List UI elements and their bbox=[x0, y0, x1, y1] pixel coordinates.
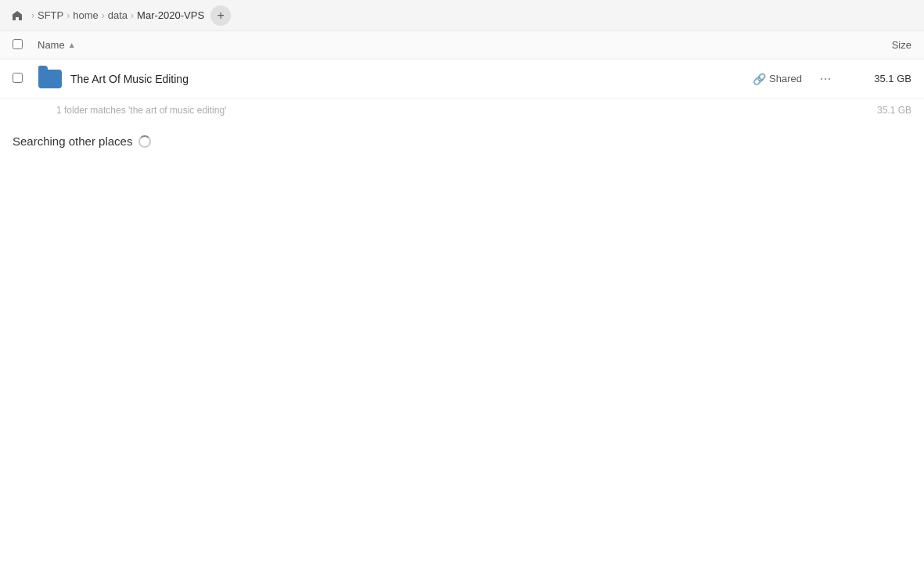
searching-section: Searching other places bbox=[0, 119, 924, 154]
table-row[interactable]: The Art Of Music Editing 🔗 Shared ··· 35… bbox=[0, 59, 924, 99]
breadcrumb-sep-1: › bbox=[67, 10, 70, 21]
home-icon[interactable] bbox=[9, 8, 25, 23]
match-info-text: 1 folder matches 'the art of music editi… bbox=[56, 105, 226, 116]
breadcrumb-bar: › SFTP › home › data › Mar-2020-VPS + bbox=[0, 0, 924, 31]
name-column-label: Name bbox=[38, 39, 65, 51]
breadcrumb-item-sftp[interactable]: SFTP bbox=[38, 9, 63, 21]
breadcrumb-sep-0: › bbox=[31, 10, 34, 21]
match-info-size: 35.1 GB bbox=[877, 105, 911, 116]
shared-label: Shared bbox=[769, 73, 802, 84]
breadcrumb-sep-3: › bbox=[131, 10, 134, 21]
shared-badge: 🔗 Shared bbox=[753, 73, 802, 85]
name-column-header[interactable]: Name ▲ bbox=[38, 39, 833, 51]
select-all-checkbox[interactable] bbox=[13, 39, 23, 49]
file-checkbox-wrapper[interactable] bbox=[13, 73, 31, 85]
breadcrumb-item-data[interactable]: data bbox=[108, 9, 128, 21]
more-options-button[interactable]: ··· bbox=[814, 68, 836, 90]
folder-icon bbox=[38, 70, 62, 88]
folder-icon-wrapper bbox=[38, 66, 63, 91]
breadcrumb-item-mar2020[interactable]: Mar-2020-VPS bbox=[137, 9, 204, 21]
size-column-header[interactable]: Size bbox=[833, 39, 911, 51]
loading-spinner bbox=[138, 135, 151, 148]
file-checkbox[interactable] bbox=[13, 73, 23, 83]
size-column-label: Size bbox=[892, 39, 911, 51]
link-icon: 🔗 bbox=[753, 73, 766, 85]
match-info-bar: 1 folder matches 'the art of music editi… bbox=[0, 99, 924, 119]
file-size-value: 35.1 GB bbox=[849, 73, 911, 84]
column-headers: Name ▲ Size bbox=[0, 31, 924, 59]
select-all-checkbox-wrapper[interactable] bbox=[13, 39, 31, 52]
searching-label: Searching other places bbox=[13, 134, 132, 148]
add-tab-button[interactable]: + bbox=[210, 5, 231, 26]
file-name-label: The Art Of Music Editing bbox=[70, 73, 753, 85]
breadcrumb-sep-2: › bbox=[102, 10, 105, 21]
breadcrumb-item-home[interactable]: home bbox=[73, 9, 99, 21]
sort-arrow-icon: ▲ bbox=[68, 41, 76, 49]
